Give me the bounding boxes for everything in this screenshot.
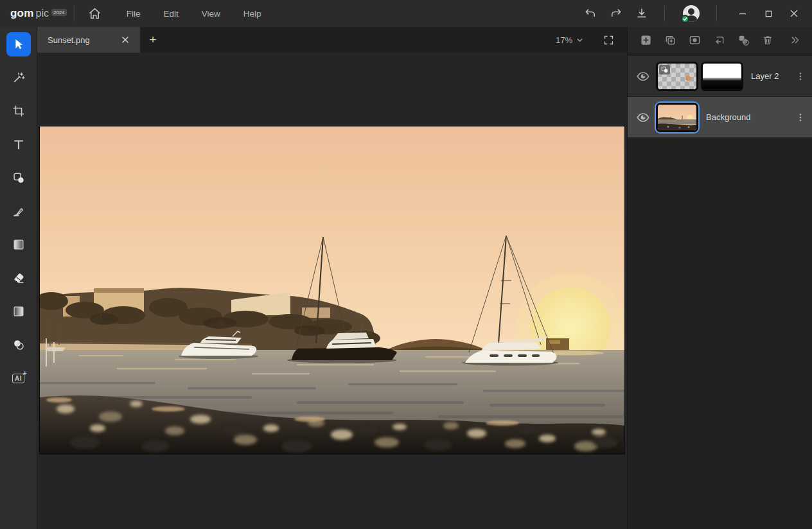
kebab-menu-icon bbox=[796, 72, 805, 81]
divider bbox=[75, 6, 75, 21]
new-tab-button[interactable]: + bbox=[140, 27, 166, 53]
blend-tool[interactable] bbox=[6, 333, 31, 357]
close-button[interactable] bbox=[781, 3, 807, 24]
maximize-icon bbox=[764, 10, 773, 18]
app-window: gom pic 2024 File Edit View Help bbox=[0, 0, 812, 529]
fit-screen-button[interactable] bbox=[597, 29, 619, 51]
ai-icon: AI + bbox=[12, 374, 24, 383]
eraser-tool[interactable] bbox=[6, 266, 31, 290]
document-image[interactable] bbox=[40, 126, 624, 454]
delete-layer-button[interactable] bbox=[757, 30, 779, 49]
magic-wand-tool[interactable] bbox=[6, 65, 31, 90]
eye-icon bbox=[636, 110, 650, 125]
layer-options-button[interactable] bbox=[793, 67, 808, 86]
app-logo: gom pic 2024 bbox=[10, 7, 67, 20]
layers-list: Layer 2 bbox=[628, 53, 812, 138]
version-badge: 2024 bbox=[51, 9, 67, 16]
layers-toolbar bbox=[628, 27, 812, 53]
logo-pic: pic bbox=[35, 8, 48, 19]
shape-layer-badge bbox=[659, 65, 670, 74]
add-layer-icon bbox=[640, 34, 652, 46]
main-menu: File Edit View Help bbox=[118, 5, 270, 22]
duplicate-layer-button[interactable] bbox=[660, 30, 682, 49]
kebab-menu-icon bbox=[796, 113, 805, 122]
zoom-control[interactable]: 17% bbox=[552, 33, 587, 48]
clipping-mask-icon bbox=[713, 34, 725, 46]
merge-layers-icon bbox=[737, 34, 750, 46]
divider bbox=[716, 6, 717, 21]
tab-label: Sunset.png bbox=[48, 35, 118, 45]
panel-more-button[interactable] bbox=[784, 30, 806, 49]
layer-thumbnail[interactable] bbox=[656, 62, 698, 91]
layer-name: Layer 2 bbox=[751, 71, 793, 81]
editor-area: Sunset.png + 17% bbox=[37, 27, 628, 529]
logo-gom: gom bbox=[10, 7, 33, 20]
menu-edit[interactable]: Edit bbox=[155, 5, 188, 22]
layer-name: Background bbox=[706, 112, 793, 122]
more-icon bbox=[790, 35, 800, 46]
maximize-button[interactable] bbox=[755, 3, 781, 24]
layer-row-layer2[interactable]: Layer 2 bbox=[628, 56, 812, 96]
download-icon bbox=[635, 7, 648, 20]
close-icon bbox=[790, 9, 799, 18]
merge-layers-button[interactable] bbox=[732, 30, 754, 49]
titlebar-actions bbox=[579, 3, 807, 24]
fill-gradient-tool[interactable] bbox=[6, 232, 31, 257]
divider bbox=[664, 6, 665, 21]
brush-tool[interactable] bbox=[6, 199, 31, 223]
modified-indicator bbox=[685, 76, 691, 81]
delete-layer-icon bbox=[762, 34, 773, 46]
shape-tool[interactable] bbox=[6, 166, 31, 190]
menu-help[interactable]: Help bbox=[234, 5, 270, 22]
export-button[interactable] bbox=[631, 3, 653, 24]
minimize-icon bbox=[738, 9, 747, 18]
visibility-toggle[interactable] bbox=[630, 64, 656, 89]
crop-tool[interactable] bbox=[6, 99, 31, 123]
layer-mask-thumbnail[interactable] bbox=[701, 62, 743, 91]
zoom-value: 17% bbox=[556, 35, 572, 45]
undo-button[interactable] bbox=[579, 3, 601, 24]
eye-icon bbox=[636, 69, 650, 83]
chevron-down-icon bbox=[576, 37, 583, 44]
titlebar: gom pic 2024 File Edit View Help bbox=[0, 0, 812, 27]
layers-panel: Layer 2 bbox=[628, 27, 812, 529]
tools-sidebar: AI + bbox=[0, 27, 37, 529]
menu-file[interactable]: File bbox=[118, 5, 150, 22]
select-tool[interactable] bbox=[6, 32, 31, 56]
duplicate-layer-icon bbox=[664, 34, 676, 46]
home-icon bbox=[88, 7, 102, 21]
visibility-toggle[interactable] bbox=[630, 105, 656, 130]
ai-tool[interactable]: AI + bbox=[6, 366, 31, 390]
fit-screen-icon bbox=[603, 35, 614, 46]
login-status-badge bbox=[681, 15, 689, 23]
redo-button[interactable] bbox=[605, 3, 627, 24]
menu-view[interactable]: View bbox=[193, 5, 229, 22]
document-tabbar: Sunset.png + 17% bbox=[37, 27, 627, 53]
window-controls bbox=[730, 3, 807, 24]
layer-row-background[interactable]: Background bbox=[628, 97, 812, 137]
tab-close-button[interactable] bbox=[118, 33, 132, 47]
layer-thumbnail[interactable] bbox=[656, 103, 698, 132]
home-button[interactable] bbox=[84, 3, 106, 24]
layer-mask-icon bbox=[689, 34, 701, 46]
text-tool[interactable] bbox=[6, 132, 31, 157]
close-icon bbox=[121, 36, 129, 44]
clipping-mask-button[interactable] bbox=[709, 30, 730, 49]
add-layer-button[interactable] bbox=[635, 30, 657, 49]
redo-icon bbox=[610, 7, 622, 20]
sunset-scene bbox=[40, 126, 624, 454]
canvas-area[interactable] bbox=[37, 53, 627, 529]
layer-mask-button[interactable] bbox=[684, 30, 706, 49]
account-button[interactable] bbox=[683, 5, 700, 22]
undo-icon bbox=[584, 7, 597, 20]
tab-sunset-png[interactable]: Sunset.png bbox=[37, 27, 140, 53]
layer-options-button[interactable] bbox=[793, 108, 808, 127]
gradient-tool[interactable] bbox=[6, 299, 31, 324]
minimize-button[interactable] bbox=[730, 3, 755, 24]
